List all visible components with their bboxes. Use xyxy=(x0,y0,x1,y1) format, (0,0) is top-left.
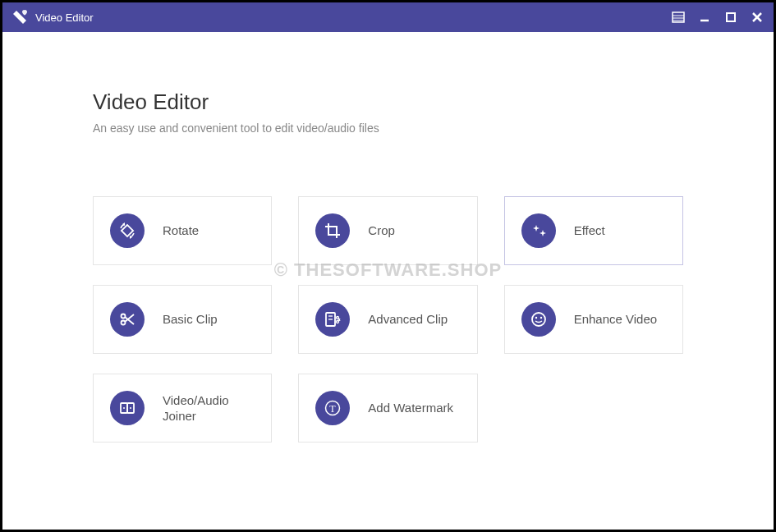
svg-rect-5 xyxy=(727,13,735,21)
joiner-label: Video/Audio Joiner xyxy=(163,392,255,424)
tools-grid: Rotate Crop Effect Basic C xyxy=(93,196,683,443)
svg-point-22 xyxy=(532,313,545,326)
rotate-icon xyxy=(110,213,145,248)
enhance-video-card[interactable]: Enhance Video xyxy=(504,285,683,354)
titlebar: Video Editor xyxy=(2,2,774,32)
window-title: Video Editor xyxy=(35,11,670,24)
app-icon xyxy=(11,8,29,26)
menu-icon[interactable] xyxy=(670,9,686,25)
joiner-icon xyxy=(110,391,145,425)
effect-card[interactable]: Effect xyxy=(504,196,683,265)
svg-point-27 xyxy=(123,407,125,409)
text-icon: T xyxy=(315,391,350,425)
app-window: Video Editor Video Editor An easy use an… xyxy=(0,0,776,532)
watermark-card[interactable]: T Add Watermark xyxy=(298,374,477,443)
svg-rect-8 xyxy=(122,225,133,236)
effect-icon xyxy=(521,213,556,248)
watermark-label: Add Watermark xyxy=(368,400,453,416)
advanced-clip-label: Advanced Clip xyxy=(368,311,448,328)
page-title: Video Editor xyxy=(93,89,683,115)
svg-point-23 xyxy=(535,317,536,319)
minimize-icon[interactable] xyxy=(696,9,713,25)
svg-text:T: T xyxy=(330,403,337,415)
crop-label: Crop xyxy=(368,222,395,239)
titlebar-controls xyxy=(670,9,765,25)
joiner-card[interactable]: Video/Audio Joiner xyxy=(93,374,272,443)
rotate-label: Rotate xyxy=(163,222,199,239)
crop-card[interactable]: Crop xyxy=(298,196,477,265)
scissors-icon xyxy=(110,302,145,337)
svg-point-24 xyxy=(540,317,541,319)
maximize-icon[interactable] xyxy=(723,9,739,25)
enhance-icon xyxy=(521,302,556,337)
svg-point-28 xyxy=(130,407,131,409)
crop-icon xyxy=(315,213,350,248)
content-area: Video Editor An easy use and convenient … xyxy=(2,32,774,530)
rotate-card[interactable]: Rotate xyxy=(93,196,272,265)
basic-clip-label: Basic Clip xyxy=(163,311,218,328)
advanced-clip-card[interactable]: Advanced Clip xyxy=(298,285,477,354)
advanced-clip-icon xyxy=(315,302,350,337)
basic-clip-card[interactable]: Basic Clip xyxy=(93,285,272,354)
page-subtitle: An easy use and convenient tool to edit … xyxy=(93,122,683,135)
close-icon[interactable] xyxy=(749,9,765,25)
enhance-video-label: Enhance Video xyxy=(574,311,657,328)
effect-label: Effect xyxy=(574,222,605,239)
